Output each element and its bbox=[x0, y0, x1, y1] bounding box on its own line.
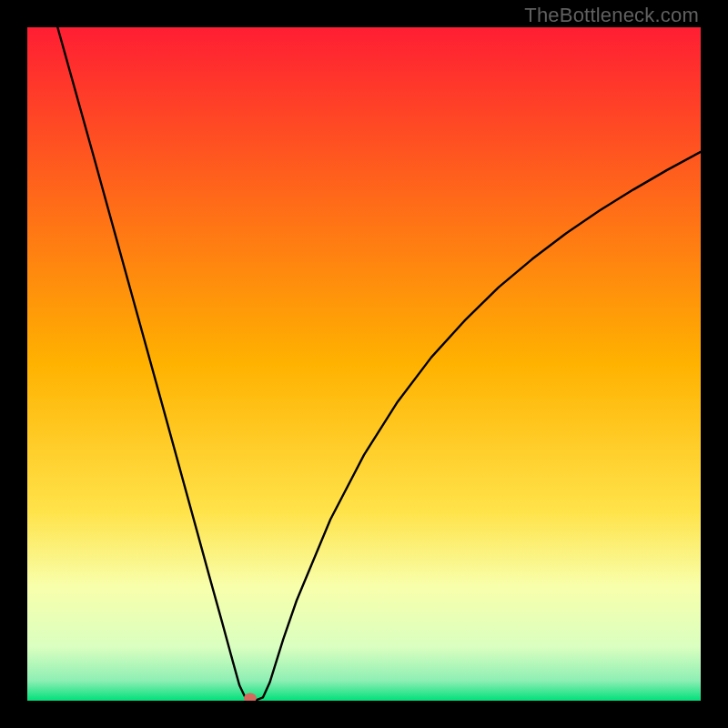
watermark-text: TheBottleneck.com bbox=[524, 4, 699, 27]
chart-svg bbox=[27, 27, 701, 701]
page-root: TheBottleneck.com bbox=[0, 0, 728, 728]
gradient-background bbox=[27, 27, 701, 701]
plot-area bbox=[27, 27, 701, 701]
